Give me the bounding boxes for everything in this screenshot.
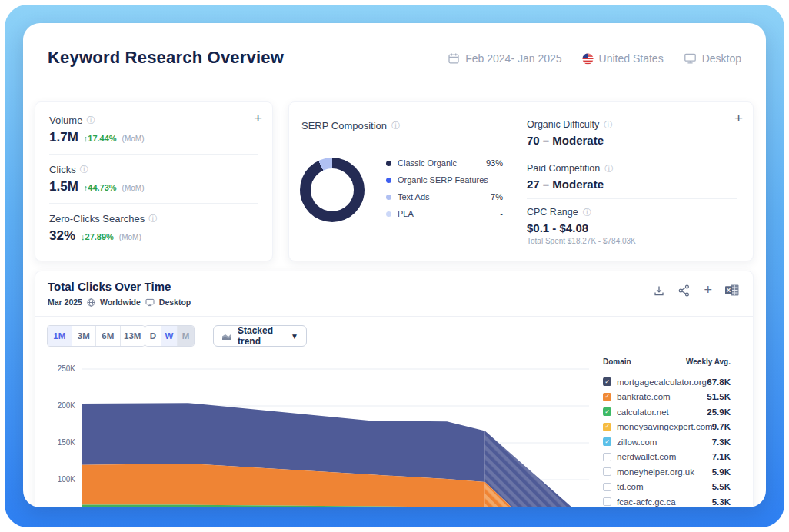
share-button[interactable]: [678, 284, 691, 297]
metric-item: Zero-Clicks Searchesⓘ32%↓27.89%(MoM): [49, 211, 258, 245]
metric-divider: [49, 154, 258, 155]
legend-label: Text Ads: [398, 192, 491, 201]
domain-weekly-avg: 5.5K: [712, 482, 731, 491]
difficulty-value: $0.1 - $4.08: [527, 221, 737, 234]
chart-view-dropdown[interactable]: Stacked trend ▼: [213, 325, 307, 347]
clicks-over-time-card: Total Clicks Over Time Mar 2025 Worldwid…: [35, 271, 754, 507]
info-icon[interactable]: ⓘ: [148, 214, 157, 223]
serp-difficulty-card: SERP Composition ⓘ Classic Organic93%Org…: [288, 101, 754, 261]
metric-change: ↓27.89%: [81, 232, 114, 241]
info-icon[interactable]: ⓘ: [583, 208, 591, 217]
legend-item[interactable]: PLA-: [386, 205, 503, 222]
domain-row[interactable]: ✓zillow.com7.3K: [603, 434, 731, 450]
y-axis-label: 150K: [42, 438, 75, 447]
info-icon[interactable]: ⓘ: [604, 121, 612, 129]
add-difficulty-button[interactable]: +: [734, 111, 743, 125]
metric-divider: [49, 203, 258, 204]
info-icon[interactable]: ⓘ: [604, 165, 613, 173]
info-icon[interactable]: ⓘ: [80, 165, 88, 174]
domain-row[interactable]: ✓mortgagecalculator.org67.8K: [603, 374, 731, 390]
add-chart-button[interactable]: +: [704, 282, 712, 298]
domain-checkbox[interactable]: ✓: [603, 393, 611, 401]
granularity-button-m[interactable]: M: [178, 326, 194, 346]
chart-view-label: Stacked trend: [238, 325, 285, 347]
metric-label-row: Clicksⓘ: [49, 164, 258, 175]
domain-weekly-avg: 67.8K: [707, 377, 731, 387]
domain-name: bankrate.com: [617, 392, 707, 401]
domain-table: Domain Weekly Avg. ✓mortgagecalculator.o…: [603, 357, 731, 507]
domain-weekly-avg: 5.3K: [712, 497, 731, 507]
difficulty-panel: + Organic Difficultyⓘ70 – ModeratePaid C…: [514, 102, 753, 261]
download-button[interactable]: [653, 284, 665, 297]
difficulty-divider: [527, 198, 737, 199]
page-title: Keyword Research Overview: [48, 48, 284, 68]
domain-name: moneyhelper.org.uk: [617, 467, 712, 477]
header-meta: Feb 2024- Jan 2025 United States Desk: [448, 52, 741, 65]
stacked-area-plot[interactable]: [82, 354, 589, 507]
clicks-date: Mar 2025: [48, 298, 82, 307]
domain-row[interactable]: td.com5.5K: [603, 480, 731, 495]
y-axis-label: 250K: [42, 364, 75, 373]
metric-value-row: 32%↓27.89%(MoM): [49, 228, 258, 244]
range-button-13m[interactable]: 13M: [121, 326, 145, 346]
domain-checkbox[interactable]: [603, 497, 611, 506]
domain-row[interactable]: ✓bankrate.com51.5K: [603, 390, 731, 405]
legend-item[interactable]: Text Ads7%: [386, 188, 503, 205]
keyword-overview-app: Keyword Research Overview Feb 2024- Jan …: [23, 23, 766, 507]
legend-item[interactable]: Organic SERP Features-: [386, 171, 503, 188]
export-excel-button[interactable]: X: [725, 284, 739, 296]
domain-checkbox[interactable]: [603, 453, 611, 461]
legend-value: -: [500, 209, 503, 218]
y-axis-label: 100K: [42, 475, 75, 484]
range-button-1m[interactable]: 1M: [48, 326, 72, 346]
difficulty-label: Paid Competition: [527, 163, 600, 174]
svg-text:X: X: [727, 287, 731, 294]
domain-checkbox[interactable]: [603, 467, 611, 476]
range-button-3m[interactable]: 3M: [72, 326, 97, 346]
clicks-scope: Worldwide: [100, 298, 141, 307]
legend-label: Classic Organic: [398, 158, 486, 168]
legend-dot: [386, 211, 391, 217]
info-icon[interactable]: ⓘ: [86, 116, 95, 125]
date-range-filter[interactable]: Feb 2024- Jan 2025: [448, 52, 561, 65]
metric-item: Volumeⓘ1.7M↑17.44%(MoM): [49, 112, 258, 147]
domain-row[interactable]: fcac-acfc.gc.ca5.3K: [603, 494, 731, 507]
device-label: Desktop: [702, 52, 741, 65]
download-icon: [653, 284, 665, 297]
granularity-button-w[interactable]: W: [161, 326, 178, 346]
info-icon[interactable]: ⓘ: [391, 121, 400, 130]
difficulty-item: CPC Rangeⓘ$0.1 - $4.08Total Spent $18.27…: [527, 207, 737, 245]
legend-item[interactable]: Classic Organic93%: [386, 155, 503, 171]
domain-checkbox[interactable]: ✓: [603, 407, 611, 416]
difficulty-subtext: Total Spent $18.27K - $784.03K: [527, 237, 737, 245]
domain-row[interactable]: ✓calculator.net25.9K: [603, 404, 731, 420]
granularity-button-d[interactable]: D: [145, 326, 161, 346]
device-filter[interactable]: Desktop: [684, 52, 741, 65]
clicks-divider: [35, 316, 753, 317]
domain-name: zillow.com: [617, 437, 712, 447]
difficulty-label-row: Paid Competitionⓘ: [527, 163, 737, 174]
legend-value: -: [500, 175, 503, 185]
metric-value-row: 1.7M↑17.44%(MoM): [49, 130, 258, 145]
metric-value-row: 1.5M↑44.73%(MoM): [49, 179, 258, 195]
domain-checkbox[interactable]: ✓: [603, 377, 611, 386]
share-icon: [678, 284, 691, 297]
domain-row[interactable]: ✓moneysavingexpert.com9.7K: [603, 420, 731, 435]
domain-name: moneysavingexpert.com: [617, 422, 712, 431]
legend-label: Organic SERP Features: [398, 175, 500, 185]
metric-mom-label: (MoM): [122, 184, 145, 192]
metric-mom-label: (MoM): [122, 135, 145, 143]
domain-checkbox[interactable]: ✓: [603, 437, 611, 446]
calendar-icon: [448, 52, 460, 65]
domain-row[interactable]: nerdwallet.com7.1K: [603, 450, 731, 465]
country-filter[interactable]: United States: [582, 52, 664, 65]
caret-down-icon: ▼: [291, 332, 298, 341]
serp-panel: SERP Composition ⓘ Classic Organic93%Org…: [289, 102, 514, 261]
domain-checkbox[interactable]: [603, 483, 611, 491]
header-divider: [23, 85, 766, 85]
serp-legend: Classic Organic93%Organic SERP Features-…: [386, 155, 503, 222]
range-button-6m[interactable]: 6M: [96, 326, 121, 346]
metric-value: 1.7M: [49, 130, 78, 145]
domain-row[interactable]: moneyhelper.org.uk5.9K: [603, 464, 731, 480]
domain-checkbox[interactable]: ✓: [603, 423, 611, 431]
